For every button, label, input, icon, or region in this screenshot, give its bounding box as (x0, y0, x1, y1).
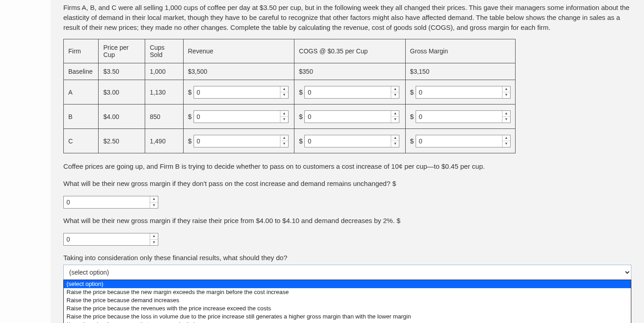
question-2-text: What will be their new gross margin if t… (63, 217, 400, 224)
step-up-icon[interactable]: ▲ (280, 86, 288, 93)
firm-label: A (64, 80, 99, 104)
step-down-icon[interactable]: ▼ (502, 117, 510, 123)
question-2: What will be their new gross margin if t… (63, 216, 638, 226)
decision-select[interactable]: (select option) (63, 265, 631, 280)
list-item[interactable]: Keep the price the same so that revenues… (64, 321, 631, 323)
baseline-cups: 1,000 (145, 63, 183, 80)
dollar-sign: $ (188, 137, 192, 145)
q2-input[interactable]: ▲▼ (63, 233, 158, 246)
dollar-sign: $ (299, 113, 303, 120)
revenue-field[interactable] (194, 86, 280, 98)
baseline-row: Baseline $3.50 1,000 $3,500 $350 $3,150 (64, 63, 516, 80)
dollar-sign: $ (410, 137, 414, 145)
firm-label: B (64, 104, 99, 129)
baseline-rev: $3,500 (183, 63, 294, 80)
step-up-icon[interactable]: ▲ (502, 86, 510, 93)
revenue-field[interactable] (194, 135, 280, 147)
step-down-icon[interactable]: ▼ (280, 141, 288, 147)
cogs-field[interactable] (305, 111, 391, 123)
gm-field[interactable] (416, 135, 502, 147)
table-row: A $3.00 1,130 $ ▲▼ $ ▲▼ $ (64, 80, 516, 104)
step-down-icon[interactable]: ▼ (150, 240, 158, 246)
cups-cell: 1,130 (145, 80, 183, 104)
gm-input-c[interactable]: ▲▼ (416, 135, 511, 147)
step-up-icon[interactable]: ▲ (391, 86, 399, 93)
table-row: B $4.00 850 $ ▲▼ $ ▲▼ $ (64, 104, 516, 129)
dollar-sign: $ (188, 113, 192, 120)
baseline-cogs: $350 (294, 63, 406, 80)
gm-field[interactable] (416, 111, 502, 123)
gm-field[interactable] (416, 86, 502, 98)
step-down-icon[interactable]: ▼ (502, 141, 510, 147)
revenue-input-b[interactable]: ▲▼ (194, 110, 289, 123)
cups-cell: 850 (145, 104, 183, 129)
step-down-icon[interactable]: ▼ (502, 92, 510, 98)
step-down-icon[interactable]: ▼ (280, 92, 288, 98)
firm-label: C (64, 129, 99, 153)
step-up-icon[interactable]: ▲ (502, 111, 510, 117)
list-item[interactable]: Raise the price because the loss in volu… (64, 313, 631, 321)
step-down-icon[interactable]: ▼ (391, 141, 399, 147)
step-up-icon[interactable]: ▲ (150, 196, 158, 203)
cups-cell: 1,490 (145, 129, 183, 153)
step-up-icon[interactable]: ▲ (280, 135, 288, 142)
list-item[interactable]: Raise the price because the revenues wit… (64, 304, 631, 313)
cogs-input-c[interactable]: ▲▼ (304, 135, 399, 147)
step-down-icon[interactable]: ▼ (391, 117, 399, 123)
q1-input[interactable]: ▲▼ (63, 196, 158, 209)
step-down-icon[interactable]: ▼ (391, 92, 399, 98)
cogs-field[interactable] (305, 135, 391, 147)
list-item[interactable]: Raise the price because the new margin e… (64, 288, 631, 296)
dollar-sign: $ (299, 137, 303, 145)
gm-input-b[interactable]: ▲▼ (416, 110, 511, 123)
step-up-icon[interactable]: ▲ (150, 233, 158, 240)
col-cups: Cups Sold (145, 39, 183, 63)
question-3: Taking into consideration only these fin… (63, 253, 638, 263)
list-item[interactable]: Raise the price because demand increases (64, 296, 631, 304)
cogs-input-b[interactable]: ▲▼ (304, 110, 399, 123)
cogs-field[interactable] (305, 86, 391, 98)
scenario-paragraph: Coffee prices are going up, and Firm B i… (63, 162, 638, 171)
step-up-icon[interactable]: ▲ (391, 135, 399, 142)
baseline-price: $3.50 (99, 63, 145, 80)
price-cell: $3.00 (99, 80, 145, 104)
question-body: Firms A, B, and C were all selling 1,000… (63, 0, 638, 280)
step-up-icon[interactable]: ▲ (502, 135, 510, 142)
step-up-icon[interactable]: ▲ (280, 111, 288, 117)
col-price: Price per Cup (99, 39, 145, 63)
intro-paragraph: Firms A, B, and C were all selling 1,000… (63, 3, 638, 33)
left-margin-panel (0, 0, 51, 323)
baseline-firm: Baseline (64, 63, 99, 80)
firms-table: Firm Price per Cup Cups Sold Revenue COG… (63, 39, 516, 153)
question-1: What will be their new gross margin if t… (63, 179, 638, 189)
decision-listbox[interactable]: (select option) Raise the price because … (63, 280, 631, 323)
step-up-icon[interactable]: ▲ (391, 111, 399, 117)
revenue-input-c[interactable]: ▲▼ (194, 135, 289, 147)
dollar-sign: $ (299, 88, 303, 96)
col-cogs: COGS @ $0.35 per Cup (294, 39, 406, 63)
revenue-input-a[interactable]: ▲▼ (194, 86, 289, 99)
cogs-input-a[interactable]: ▲▼ (304, 86, 399, 99)
table-row: C $2.50 1,490 $ ▲▼ $ ▲▼ $ (64, 129, 516, 153)
baseline-gm: $3,150 (405, 63, 515, 80)
col-gm: Gross Margin (405, 39, 515, 63)
price-cell: $4.00 (99, 104, 145, 129)
dollar-sign: $ (410, 113, 414, 120)
dollar-sign: $ (188, 88, 192, 96)
step-down-icon[interactable]: ▼ (150, 203, 158, 209)
dollar-sign: $ (410, 88, 414, 96)
step-down-icon[interactable]: ▼ (280, 117, 288, 123)
list-item[interactable]: (select option) (64, 280, 631, 288)
price-cell: $2.50 (99, 129, 145, 153)
table-header-row: Firm Price per Cup Cups Sold Revenue COG… (64, 39, 516, 63)
question-1-text: What will be their new gross margin if t… (63, 180, 396, 187)
gm-input-a[interactable]: ▲▼ (416, 86, 511, 99)
col-firm: Firm (64, 39, 99, 63)
q2-field[interactable] (64, 233, 150, 245)
q1-field[interactable] (64, 196, 150, 208)
col-rev: Revenue (183, 39, 294, 63)
revenue-field[interactable] (194, 111, 280, 123)
